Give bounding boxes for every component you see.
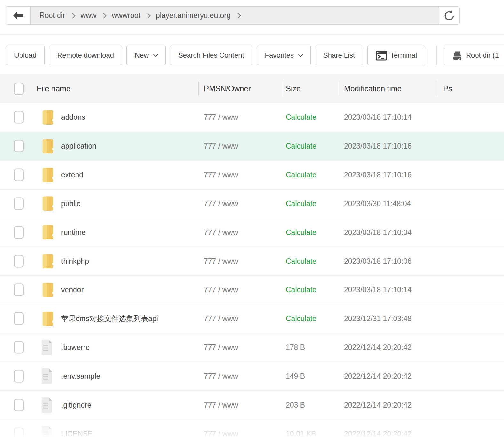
arrow-left-icon <box>12 11 24 20</box>
back-button[interactable] <box>6 7 31 24</box>
search-files-content-button[interactable]: Search Files Content <box>170 46 252 65</box>
modification-time-value: 2023/03/18 17:10:04 <box>344 228 412 237</box>
table-row[interactable]: addons 777 / www Calculate 2023/03/18 17… <box>0 103 504 132</box>
folder-icon <box>40 137 56 155</box>
file-name-link[interactable]: public <box>61 199 80 208</box>
file-name-link[interactable]: application <box>61 142 96 150</box>
column-divider <box>340 81 340 96</box>
file-name-link[interactable]: LICENSE <box>61 429 92 437</box>
terminal-button[interactable]: Terminal <box>367 46 425 65</box>
pmsn-owner-value: 777 / www <box>204 314 238 323</box>
size-value: 149 B <box>286 372 305 381</box>
pmsn-owner-value: 777 / www <box>204 401 238 409</box>
header-size[interactable]: Size <box>286 84 301 93</box>
table-row[interactable]: public 777 / www Calculate 2023/03/30 11… <box>0 190 504 218</box>
file-name-link[interactable]: .bowerrc <box>61 343 89 352</box>
pmsn-owner-value: 777 / www <box>204 113 238 122</box>
chevron-down-icon <box>153 52 158 57</box>
table-row[interactable]: application 777 / www Calculate 2023/03/… <box>0 132 504 161</box>
header-pmsn-owner[interactable]: PMSN/Owner <box>204 84 251 93</box>
table-row[interactable]: extend 777 / www Calculate 2023/03/18 17… <box>0 161 504 190</box>
terminal-icon <box>376 51 387 61</box>
breadcrumb-item[interactable]: wwwroot <box>112 11 140 20</box>
size-calculate-link[interactable]: Calculate <box>286 314 316 323</box>
new-dropdown-button[interactable]: New <box>126 46 166 65</box>
chevron-right-icon <box>145 13 150 18</box>
root-dir-disk-button[interactable]: Root dir (1 <box>444 46 504 65</box>
upload-button[interactable]: Upload <box>6 46 45 65</box>
toolbar-divider <box>436 46 437 65</box>
file-name-link[interactable]: vendor <box>61 286 84 294</box>
share-list-button[interactable]: Share List <box>315 46 363 65</box>
size-calculate-link[interactable]: Calculate <box>286 171 316 179</box>
size-calculate-link[interactable]: Calculate <box>286 228 316 237</box>
root-dir-label: Root dir (1 <box>466 51 499 60</box>
refresh-button[interactable] <box>439 7 459 24</box>
file-glyph <box>40 397 53 413</box>
hard-drive-icon <box>452 50 462 61</box>
table-row[interactable]: .env.sample 777 / www 149 B 2022/12/14 2… <box>0 362 504 391</box>
row-checkbox[interactable] <box>14 399 24 411</box>
size-calculate-link[interactable]: Calculate <box>286 286 316 294</box>
file-name-link[interactable]: extend <box>61 171 83 179</box>
row-checkbox[interactable] <box>14 111 24 124</box>
file-name-link[interactable]: .env.sample <box>61 372 100 381</box>
size-calculate-link[interactable]: Calculate <box>286 113 316 122</box>
table-row[interactable]: LICENSE 777 / www 10.01 KB 2022/12/14 20… <box>0 419 504 437</box>
table-row[interactable]: thinkphp 777 / www Calculate 2023/03/18 … <box>0 247 504 276</box>
pmsn-owner-value: 777 / www <box>204 228 238 237</box>
folder-glyph <box>40 137 55 155</box>
row-checkbox[interactable] <box>14 370 24 383</box>
size-value: 178 B <box>286 343 305 352</box>
modification-time-value: 2023/03/18 17:10:06 <box>344 257 412 265</box>
row-checkbox[interactable] <box>14 226 24 239</box>
modification-time-value: 2023/12/31 17:03:48 <box>344 314 412 323</box>
row-checkbox[interactable] <box>14 169 24 181</box>
row-checkbox[interactable] <box>14 140 24 152</box>
size-calculate-link[interactable]: Calculate <box>286 199 316 208</box>
column-divider <box>282 81 282 96</box>
breadcrumb-item[interactable]: www <box>81 11 97 20</box>
header-ps[interactable]: Ps <box>443 84 452 93</box>
size-calculate-link[interactable]: Calculate <box>286 257 316 265</box>
breadcrumb-item[interactable]: player.animeryu.eu.org <box>156 11 231 20</box>
chevron-right-icon <box>235 13 241 18</box>
select-all-checkbox[interactable] <box>14 83 24 95</box>
breadcrumb-item[interactable]: Root dir <box>39 11 65 20</box>
folder-icon <box>40 252 56 271</box>
table-row[interactable]: .bowerrc 777 / www 178 B 2022/12/14 20:2… <box>0 333 504 362</box>
table-row[interactable]: 苹果cms对接文件选集列表api 777 / www Calculate 202… <box>0 304 504 333</box>
remote-download-button[interactable]: Remote download <box>49 46 122 65</box>
header-modification-time[interactable]: Modification time <box>344 84 402 93</box>
path-bar: Root dirwwwwwwrootplayer.animeryu.eu.org <box>6 6 460 25</box>
file-glyph <box>40 425 53 437</box>
row-checkbox[interactable] <box>14 284 24 296</box>
row-checkbox[interactable] <box>14 312 24 325</box>
row-checkbox[interactable] <box>14 255 24 267</box>
file-glyph <box>40 368 53 384</box>
folder-icon <box>40 166 56 184</box>
file-name-link[interactable]: 苹果cms对接文件选集列表api <box>61 314 158 324</box>
file-name-link[interactable]: addons <box>61 113 85 122</box>
file-name-link[interactable]: thinkphp <box>61 257 89 265</box>
row-checkbox[interactable] <box>14 427 24 437</box>
table-row[interactable]: .gitignore 777 / www 203 B 2022/12/14 20… <box>0 391 504 419</box>
file-table-body: addons 777 / www Calculate 2023/03/18 17… <box>0 103 504 437</box>
modification-time-value: 2022/12/14 20:20:42 <box>344 401 412 409</box>
header-file-name[interactable]: File name <box>37 84 70 93</box>
row-checkbox[interactable] <box>14 341 24 354</box>
folder-icon <box>40 280 56 299</box>
column-divider <box>437 81 437 96</box>
modification-time-value: 2023/03/18 17:10:16 <box>344 171 412 179</box>
table-row[interactable]: runtime 777 / www Calculate 2023/03/18 1… <box>0 218 504 247</box>
favorites-dropdown-button[interactable]: Favorites <box>257 46 311 65</box>
pmsn-owner-value: 777 / www <box>204 343 238 352</box>
folder-icon <box>40 108 56 126</box>
row-checkbox[interactable] <box>14 197 24 210</box>
file-name-link[interactable]: runtime <box>61 228 86 237</box>
table-row[interactable]: vendor 777 / www Calculate 2023/03/18 17… <box>0 276 504 304</box>
file-name-link[interactable]: .gitignore <box>61 401 92 409</box>
size-calculate-link[interactable]: Calculate <box>286 142 316 150</box>
file-toolbar: Upload Remote download New Search Files … <box>6 46 504 65</box>
file-icon <box>40 338 56 357</box>
